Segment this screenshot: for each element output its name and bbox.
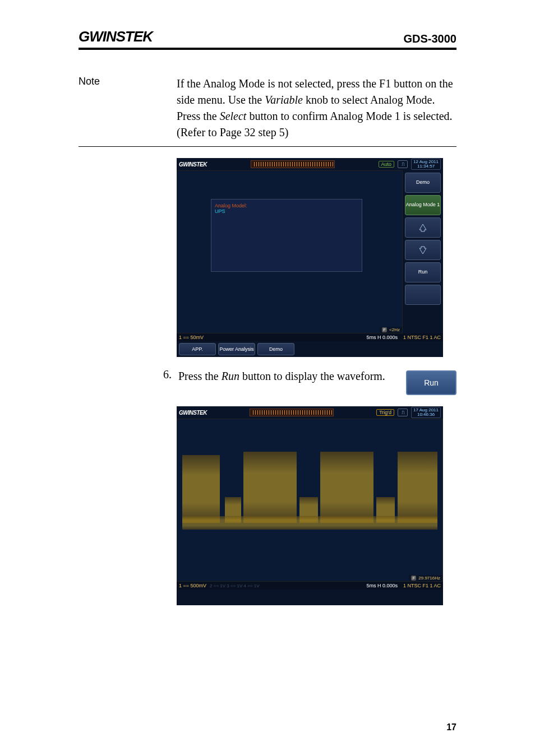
page-header: GWINSTEK GDS-3000 bbox=[79, 28, 456, 50]
side-run-button[interactable]: Run bbox=[405, 262, 441, 282]
oscilloscope-screenshot-1: GWINSTEK Auto ⎍ 12 Aug 2011 11:34:57 Ana… bbox=[177, 158, 443, 357]
step-var: Run bbox=[222, 370, 239, 382]
freq-value: <2Hz bbox=[389, 327, 400, 332]
brand-logo: GWINSTEK bbox=[79, 28, 153, 45]
datetime-badge: 12 Aug 2011 11:34:57 bbox=[411, 159, 441, 170]
scope-logo: GWINSTEK bbox=[179, 410, 207, 416]
oscilloscope-screenshot-2: GWINSTEK Trig'd ⎍ 17 Aug 2011 10:46:36 bbox=[177, 406, 443, 605]
time-text: 11:34:57 bbox=[413, 164, 439, 169]
auto-status-badge: Auto bbox=[379, 161, 395, 168]
scope-topbar: GWINSTEK Trig'd ⎍ 17 Aug 2011 10:46:36 bbox=[177, 406, 443, 419]
f-icon: F bbox=[411, 576, 416, 581]
side-analog-mode-button[interactable]: Analog Mode 1 bbox=[405, 195, 441, 215]
ch1-badge: 1 == 50mV bbox=[179, 335, 204, 340]
scope-status-bar: 1 == 50mV 5ms H 0.000s 1 NTSC F1 1 AC bbox=[177, 333, 443, 341]
scope-bottom-menu: APP. Power Analysis Demo bbox=[177, 341, 443, 357]
page-number: 17 bbox=[446, 722, 456, 732]
bottom-demo-button[interactable]: Demo bbox=[257, 343, 294, 355]
step-6: 6. Press the Run button to display the w… bbox=[157, 368, 456, 395]
step-text: Press the Run button to display the wave… bbox=[178, 368, 399, 384]
note-var-2: Select bbox=[220, 110, 247, 122]
step-number: 6. bbox=[157, 368, 172, 381]
side-empty-button[interactable] bbox=[405, 285, 441, 305]
freq-readout: F <2Hz bbox=[380, 327, 402, 333]
pulse-icon: ⎍ bbox=[398, 409, 408, 416]
waveform-preview-icon bbox=[251, 160, 335, 168]
ch1-badge: 1 == 500mV bbox=[179, 583, 206, 588]
scope-display: Analog Model: UPS F <2Hz bbox=[177, 170, 403, 333]
datetime-badge: 17 Aug 2011 10:46:36 bbox=[411, 407, 441, 418]
side-down-button[interactable] bbox=[405, 240, 441, 260]
f-icon: F bbox=[382, 327, 387, 332]
arrow-down-icon bbox=[418, 245, 427, 254]
run-button-image: Run bbox=[406, 370, 456, 395]
analog-overlay-value: UPS bbox=[215, 208, 358, 214]
model-label: GDS-3000 bbox=[404, 33, 457, 45]
scope-display: F 29.9716Hz bbox=[177, 419, 443, 582]
freq-readout: F 29.9716Hz bbox=[409, 575, 442, 581]
step-text-b: button to display the waveform. bbox=[239, 370, 385, 382]
scope-topbar: GWINSTEK Auto ⎍ 12 Aug 2011 11:34:57 bbox=[177, 158, 443, 170]
timebase-badge: 5ms H 0.000s bbox=[366, 583, 398, 588]
scope-bottom-menu bbox=[177, 590, 443, 605]
side-up-button[interactable] bbox=[405, 217, 441, 238]
waveform-preview-icon bbox=[250, 409, 334, 416]
analog-mode-overlay: Analog Model: UPS bbox=[211, 199, 362, 272]
side-demo-button[interactable]: Demo bbox=[405, 173, 441, 193]
bottom-app-button[interactable]: APP. bbox=[179, 343, 216, 355]
step-text-a: Press the bbox=[178, 370, 222, 382]
arrow-up-icon bbox=[418, 223, 427, 232]
scope-logo: GWINSTEK bbox=[179, 161, 207, 168]
trigd-status-badge: Trig'd bbox=[376, 409, 394, 416]
note-block: Note If the Analog Mode is not selected,… bbox=[79, 76, 456, 147]
timebase-badge: 5ms H 0.000s bbox=[366, 335, 398, 340]
scope-side-menu: Demo Analog Mode 1 Run bbox=[403, 170, 443, 333]
waveform-trace bbox=[177, 419, 442, 581]
analog-overlay-title: Analog Model: bbox=[215, 203, 358, 208]
note-label: Note bbox=[79, 76, 177, 141]
note-body: If the Analog Mode is not selected, pres… bbox=[177, 76, 456, 141]
bottom-power-analysis-button[interactable]: Power Analysis bbox=[218, 343, 255, 355]
pulse-icon: ⎍ bbox=[398, 160, 408, 168]
scope-status-bar: 1 == 500mV 2 == 1V 3 == 1V 4 == 1V 5ms H… bbox=[177, 582, 443, 590]
note-var-1: Variable bbox=[265, 94, 303, 106]
freq-value: 29.9716Hz bbox=[418, 576, 440, 581]
trigger-badge: 1 NTSC F1 1 AC bbox=[403, 583, 441, 588]
time-text: 10:46:36 bbox=[413, 412, 439, 417]
trigger-badge: 1 NTSC F1 1 AC bbox=[403, 335, 441, 340]
ch-rest-badge: 2 == 1V 3 == 1V 4 == 1V bbox=[210, 583, 260, 588]
